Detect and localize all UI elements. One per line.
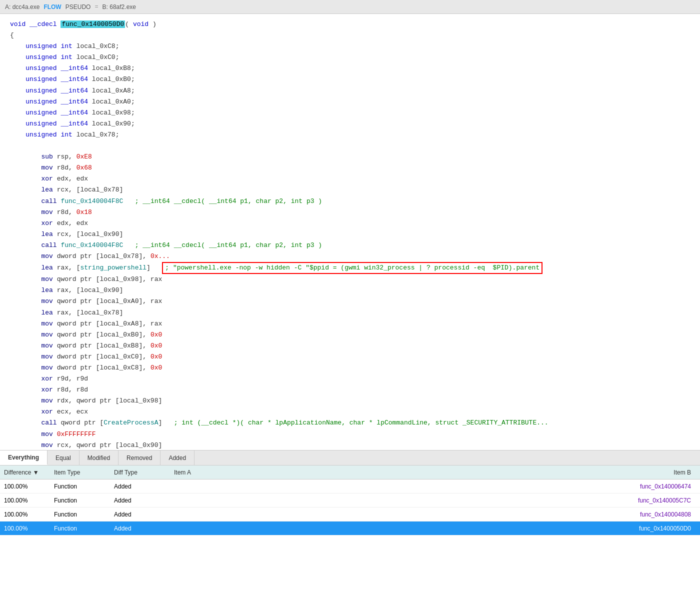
- table-row[interactable]: 100.00% Function Added func_0x140006474: [0, 480, 700, 494]
- tabs-row: Everything Equal Modified Removed Added: [0, 450, 700, 466]
- bottom-panel: Everything Equal Modified Removed Added …: [0, 450, 700, 610]
- table-row[interactable]: 100.00% Function Added func_0x140005C7C: [0, 494, 700, 508]
- item-b: func_0x140006474: [374, 483, 696, 490]
- tab-modified[interactable]: Modified: [80, 450, 118, 465]
- powershell-comment: ; "powershell.exe -nop -w hidden -C "$pp…: [162, 262, 542, 274]
- diff-type: Added: [114, 483, 174, 490]
- file-b-label: B: 68af2.exe: [102, 4, 136, 10]
- diff-type: Added: [114, 525, 174, 532]
- top-bar: A: dcc4a.exe FLOW PSEUDO = B: 68af2.exe: [0, 0, 700, 14]
- diff-pct: 100.00%: [4, 525, 54, 532]
- diff-type: Added: [114, 497, 174, 504]
- col-difference[interactable]: Difference ▼: [4, 469, 54, 476]
- table-row[interactable]: 100.00% Function Added func_0x140004808: [0, 508, 700, 522]
- item-b: func_0x1400050D0: [374, 525, 696, 532]
- col-diff-type[interactable]: Diff Type: [114, 469, 174, 476]
- file-a-label: A: dcc4a.exe: [5, 4, 40, 10]
- item-type: Function: [54, 483, 114, 490]
- diff-pct: 100.00%: [4, 497, 54, 504]
- col-item-a[interactable]: Item A: [174, 469, 374, 476]
- diff-pct: 100.00%: [4, 483, 54, 490]
- tab-pseudo[interactable]: PSEUDO: [66, 4, 91, 10]
- diff-type: Added: [114, 511, 174, 518]
- function-name-highlight: func_0x1400050D0: [60, 20, 125, 28]
- code-scroll-area[interactable]: void __cdecl func_0x1400050D0( void ) { …: [0, 14, 700, 450]
- separator: =: [94, 4, 98, 10]
- item-type: Function: [54, 511, 114, 518]
- diff-pct: 100.00%: [4, 511, 54, 518]
- tab-added[interactable]: Added: [160, 450, 194, 465]
- item-b: func_0x140004808: [374, 511, 696, 518]
- item-type: Function: [54, 497, 114, 504]
- main-content: void __cdecl func_0x1400050D0( void ) { …: [0, 14, 700, 610]
- tab-flow[interactable]: FLOW: [44, 4, 61, 10]
- item-type: Function: [54, 525, 114, 532]
- tab-removed[interactable]: Removed: [118, 450, 160, 465]
- table-header: Difference ▼ Item Type Diff Type Item A …: [0, 466, 700, 480]
- code-inner: void __cdecl func_0x1400050D0( void ) { …: [0, 14, 700, 450]
- col-item-type[interactable]: Item Type: [54, 469, 114, 476]
- tab-everything[interactable]: Everything: [0, 450, 48, 465]
- item-b: func_0x140005C7C: [374, 497, 696, 504]
- table-row-selected[interactable]: 100.00% Function Added func_0x1400050D0: [0, 522, 700, 536]
- code-display: void __cdecl func_0x1400050D0( void ) { …: [10, 19, 690, 450]
- table-rows: 100.00% Function Added func_0x140006474 …: [0, 480, 700, 610]
- tab-equal[interactable]: Equal: [48, 450, 80, 465]
- col-item-b[interactable]: Item B: [374, 469, 696, 476]
